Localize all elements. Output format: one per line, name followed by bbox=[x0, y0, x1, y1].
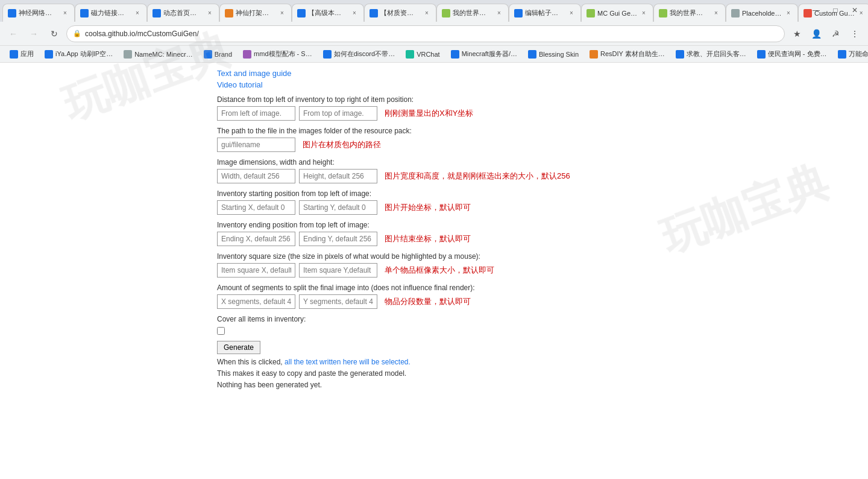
bookmark-label: iYa.App 动刷IP空… bbox=[55, 49, 113, 59]
bookmark-item[interactable]: VRChat bbox=[401, 48, 445, 61]
position-annotation: 刚刚测量显出的X和Y坐标 bbox=[385, 108, 473, 119]
content-inner: Text and image guide Video tutorial Dist… bbox=[217, 69, 651, 392]
height-input[interactable] bbox=[299, 169, 377, 183]
bookmark-item[interactable]: Brand bbox=[199, 48, 237, 61]
bookmark-item[interactable]: 如何在discord不带… bbox=[318, 48, 400, 61]
bookmark-item[interactable]: Blessing Skin bbox=[523, 48, 583, 61]
end-pos-inputs: 图片结束坐标，默认即可 bbox=[217, 232, 651, 246]
bookmark-item[interactable]: iYa.App 动刷IP空… bbox=[40, 48, 118, 61]
end-y-input[interactable] bbox=[299, 232, 377, 246]
tab-close-icon[interactable]: × bbox=[495, 9, 503, 17]
profile-icon[interactable]: 👤 bbox=[808, 25, 825, 42]
bookmark-item[interactable]: 求教、开启回头客… bbox=[671, 48, 751, 61]
text-image-guide-link[interactable]: Text and image guide bbox=[217, 69, 651, 78]
tab-close-icon[interactable]: × bbox=[423, 9, 431, 17]
tab-tab7[interactable]: 我的世界…× bbox=[436, 4, 509, 22]
start-x-input[interactable] bbox=[217, 200, 295, 215]
tab-favicon bbox=[153, 9, 161, 17]
tab-tab8[interactable]: 编辑帖子…× bbox=[509, 4, 581, 22]
back-button[interactable]: ← bbox=[5, 25, 22, 42]
tab-close-icon[interactable]: × bbox=[350, 9, 359, 17]
tab-title: 磁力链接… bbox=[91, 8, 131, 17]
cover-all-checkbox[interactable] bbox=[217, 327, 225, 335]
bookmark-label: Brand bbox=[215, 51, 232, 58]
tab-tab1[interactable]: 神经网络…× bbox=[2, 4, 75, 22]
tab-close-icon[interactable]: × bbox=[640, 9, 648, 17]
from-top-input[interactable] bbox=[299, 106, 377, 121]
tab-favicon bbox=[659, 9, 667, 17]
tab-close-icon[interactable]: × bbox=[206, 9, 214, 17]
tab-close-icon[interactable]: × bbox=[61, 9, 69, 17]
bookmark-item[interactable]: 万能命令书笺 bbox=[833, 48, 868, 61]
reload-button[interactable]: ↻ bbox=[46, 25, 63, 42]
bookmark-item[interactable]: ResDIY 素材自助生… bbox=[585, 48, 670, 61]
tab-title: 我的世界… bbox=[453, 8, 492, 17]
tab-tab4[interactable]: 神仙打架…× bbox=[219, 4, 292, 22]
bookmark-favicon bbox=[676, 50, 684, 59]
bookmark-favicon bbox=[204, 50, 212, 59]
address-bar[interactable]: 🔒 coolsa.github.io/mcCustomGuiGen/ bbox=[66, 25, 785, 42]
segments-annotation: 物品分段数量，默认即可 bbox=[385, 296, 471, 307]
tab-title: 动态首页… bbox=[163, 8, 203, 17]
tab-bar: 神经网络…×磁力链接…×动态首页…×神仙打架…×【高级本…×【材质资…×我的世界… bbox=[0, 0, 868, 22]
output-line1-highlight: all the text written here will be select… bbox=[285, 358, 410, 366]
y-segments-input[interactable] bbox=[299, 294, 377, 309]
start-pos-label: Inventory starting position from top lef… bbox=[217, 189, 651, 198]
tab-close-icon[interactable]: × bbox=[712, 9, 720, 17]
tab-tab3[interactable]: 动态首页…× bbox=[147, 4, 219, 22]
bookmarks-icon[interactable]: ★ bbox=[788, 25, 805, 42]
bookmark-item[interactable]: Minecraft服务器/… bbox=[446, 48, 522, 61]
end-x-input[interactable] bbox=[217, 232, 295, 246]
segments-inputs: 物品分段数量，默认即可 bbox=[217, 294, 651, 309]
cover-all-row bbox=[217, 327, 651, 335]
bookmark-label: NameMC: Minecr… bbox=[134, 51, 193, 58]
x-segments-input[interactable] bbox=[217, 294, 295, 309]
video-tutorial-link[interactable]: Video tutorial bbox=[217, 80, 651, 89]
bookmark-item[interactable]: NameMC: Minecr… bbox=[119, 48, 198, 61]
segments-label: Amount of segments to split the final im… bbox=[217, 284, 651, 292]
position-inputs: 刚刚测量显出的X和Y坐标 bbox=[217, 106, 651, 121]
bookmark-label: ResDIY 素材自助生… bbox=[600, 49, 665, 59]
bookmark-favicon bbox=[45, 50, 53, 59]
url-text: coolsa.github.io/mcCustomGuiGen/ bbox=[85, 30, 778, 38]
tab-close-icon[interactable]: × bbox=[133, 9, 142, 17]
minimize-button[interactable]: — bbox=[808, 4, 825, 17]
bookmark-favicon bbox=[590, 50, 598, 59]
bookmark-item[interactable]: 便民查询网 - 免费… bbox=[752, 48, 832, 61]
start-y-input[interactable] bbox=[299, 200, 377, 215]
tab-close-icon[interactable]: × bbox=[278, 9, 286, 17]
bookmark-item[interactable]: 应用 bbox=[5, 48, 39, 61]
path-input[interactable] bbox=[217, 138, 295, 152]
tab-tab6[interactable]: 【材质资…× bbox=[364, 4, 436, 22]
close-button[interactable]: ✕ bbox=[846, 4, 863, 17]
square-size-annotation: 单个物品框像素大小，默认即可 bbox=[385, 265, 494, 276]
width-input[interactable] bbox=[217, 169, 295, 183]
tab-favicon bbox=[370, 9, 378, 17]
square-x-input[interactable] bbox=[217, 263, 295, 278]
tab-tab10[interactable]: 我的世界…× bbox=[653, 4, 726, 22]
dimensions-label: Image dimensions, width and height: bbox=[217, 158, 651, 167]
tab-tab5[interactable]: 【高级本…× bbox=[292, 4, 364, 22]
forward-button[interactable]: → bbox=[25, 25, 42, 42]
end-pos-annotation: 图片结束坐标，默认即可 bbox=[385, 233, 471, 244]
square-y-input[interactable] bbox=[299, 263, 377, 278]
bookmark-item[interactable]: mmd模型配布 - S… bbox=[238, 48, 317, 61]
tab-tab2[interactable]: 磁力链接…× bbox=[75, 4, 147, 22]
tab-tab11[interactable]: Placeholde…× bbox=[726, 4, 798, 22]
tab-title: Placeholde… bbox=[742, 10, 782, 17]
tab-close-icon[interactable]: × bbox=[784, 9, 793, 17]
bookmarks-bar: 应用iYa.App 动刷IP空…NameMC: Minecr…Brandmmd模… bbox=[0, 46, 868, 63]
extensions-icon[interactable]: ☭ bbox=[827, 25, 844, 42]
tab-tab9[interactable]: MC Gui Ge…× bbox=[581, 4, 653, 22]
bookmark-favicon bbox=[451, 50, 459, 59]
generate-button[interactable]: Generate bbox=[217, 341, 260, 354]
tab-close-icon[interactable]: × bbox=[567, 9, 576, 17]
maximize-button[interactable]: □ bbox=[827, 4, 844, 17]
settings-icon[interactable]: ⋮ bbox=[846, 25, 863, 42]
browser-window: 神经网络…×磁力链接…×动态首页…×神仙打架…×【高级本…×【材质资…×我的世界… bbox=[0, 0, 868, 479]
from-left-input[interactable] bbox=[217, 106, 295, 121]
dimensions-inputs: 图片宽度和高度，就是刚刚框选出来的大小，默认256 bbox=[217, 169, 651, 183]
secure-icon: 🔒 bbox=[73, 30, 81, 37]
cover-all-label: Cover all items in inventory: bbox=[217, 315, 651, 323]
bookmark-label: Minecraft服务器/… bbox=[462, 49, 517, 59]
